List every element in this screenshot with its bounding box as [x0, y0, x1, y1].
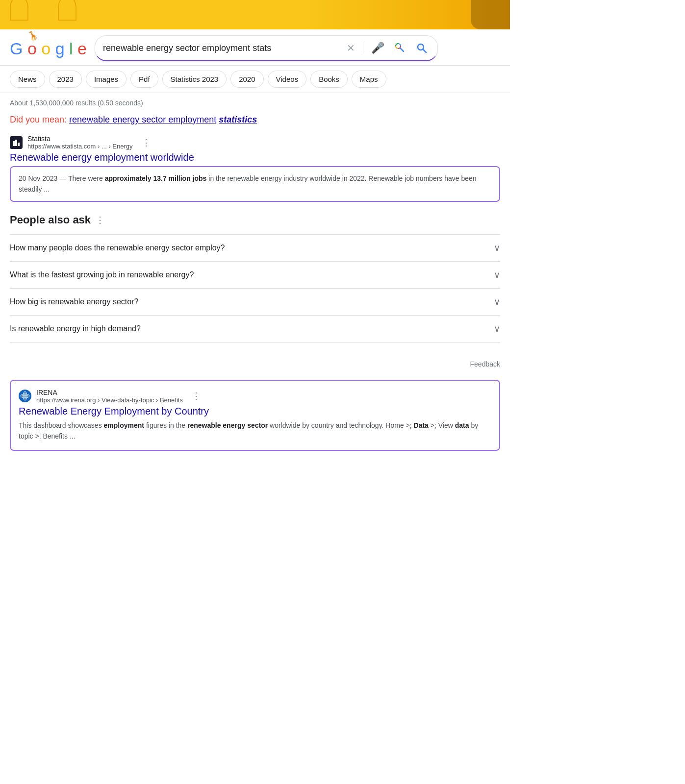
- irena-favicon: [19, 390, 31, 402]
- paa-chevron-3: ∨: [494, 323, 500, 334]
- tab-statistics-2023[interactable]: Statistics 2023: [162, 71, 227, 88]
- irena-result-title[interactable]: Renewable Energy Employment by Country: [19, 406, 491, 417]
- search-bar[interactable]: renewable energy sector employment stats…: [95, 35, 438, 61]
- did-you-mean-label: Did you mean:: [10, 115, 67, 124]
- result-irena: IRENA https://www.irena.org › View-data-…: [10, 380, 500, 451]
- svg-rect-8: [13, 141, 15, 146]
- search-submit-button[interactable]: [414, 40, 430, 56]
- irena-url: https://www.irena.org › View-data-by-top…: [36, 396, 183, 404]
- paa-question-3: Is renewable energy in high demand?: [10, 324, 141, 333]
- filter-tabs: News 2023 Images Pdf Statistics 2023 202…: [0, 66, 510, 93]
- did-you-mean-normal[interactable]: renewable energy sector employment: [69, 115, 216, 124]
- did-you-mean: Did you mean: renewable energy sector em…: [10, 115, 500, 125]
- statista-source-info: Statista https://www.statista.com › ... …: [27, 135, 133, 150]
- google-logo[interactable]: G 🦒 o o g l e: [10, 40, 87, 57]
- result-statista: Statista https://www.statista.com › ... …: [10, 135, 500, 202]
- statista-name: Statista: [27, 135, 133, 143]
- irena-snippet-employment: employment: [104, 421, 144, 429]
- search-input[interactable]: renewable energy sector employment stats: [103, 43, 340, 53]
- paa-title: People also ask: [10, 214, 91, 226]
- paa-chevron-2: ∨: [494, 296, 500, 307]
- statista-favicon: [10, 136, 23, 149]
- people-also-ask-section: People also ask ⋮ How many people does t…: [10, 214, 500, 343]
- snippet-date: 20 Nov 2023: [19, 174, 57, 182]
- tab-videos[interactable]: Videos: [268, 71, 307, 88]
- svg-rect-10: [18, 143, 20, 146]
- search-icons: ✕ 🎤: [345, 40, 430, 56]
- irena-snippet-p1: This dashboard showcases: [19, 421, 104, 429]
- paa-question-0: How many people does the renewable energ…: [10, 244, 225, 252]
- paa-item-2[interactable]: How big is renewable energy sector? ∨: [10, 288, 500, 315]
- irena-snippet-p3: worldwide by country and technology. Hom…: [270, 421, 414, 429]
- paa-chevron-1: ∨: [494, 270, 500, 280]
- irena-menu[interactable]: ⋮: [192, 391, 201, 401]
- tab-images[interactable]: Images: [86, 71, 127, 88]
- voice-search-button[interactable]: 🎤: [369, 40, 386, 56]
- logo-letter-l: l: [69, 39, 73, 58]
- microphone-icon: 🎤: [371, 42, 384, 54]
- irena-snippet-data1: Data: [414, 421, 429, 429]
- paa-item-1[interactable]: What is the fastest growing job in renew…: [10, 261, 500, 288]
- clear-icon: ✕: [347, 42, 355, 54]
- lens-button[interactable]: [392, 40, 408, 56]
- tab-2023[interactable]: 2023: [49, 71, 82, 88]
- svg-rect-9: [15, 140, 17, 146]
- feedback-row[interactable]: Feedback: [10, 356, 500, 372]
- paa-header: People also ask ⋮: [10, 214, 500, 226]
- tab-2020[interactable]: 2020: [230, 71, 263, 88]
- paa-item-3[interactable]: Is renewable energy in high demand? ∨: [10, 315, 500, 343]
- tab-pdf[interactable]: Pdf: [130, 71, 158, 88]
- irena-name: IRENA: [36, 389, 183, 396]
- irena-snippet-data2: data: [455, 421, 469, 429]
- snippet-bold-jobs: approximately 13.7 million jobs: [105, 174, 207, 182]
- logo-letter-o1: o: [27, 39, 37, 58]
- irena-snippet: This dashboard showcases employment figu…: [19, 420, 491, 442]
- result-source-irena: IRENA https://www.irena.org › View-data-…: [19, 389, 491, 404]
- header: G 🦒 o o g l e renewable energy sector em…: [0, 29, 510, 66]
- tab-books[interactable]: Books: [310, 71, 348, 88]
- svg-line-6: [423, 49, 426, 52]
- top-banner: [0, 0, 510, 29]
- tab-news[interactable]: News: [10, 71, 45, 88]
- statista-url: https://www.statista.com › ... › Energy: [27, 143, 133, 150]
- results-area: About 1,530,000,000 results (0.50 second…: [0, 93, 510, 451]
- logo-letter-o2: o: [41, 39, 51, 58]
- statista-result-title[interactable]: Renewable energy employment worldwide: [10, 152, 500, 163]
- paa-question-2: How big is renewable energy sector?: [10, 297, 138, 306]
- search-icon: [416, 42, 428, 54]
- irena-source-info: IRENA https://www.irena.org › View-data-…: [36, 389, 183, 404]
- irena-snippet-sector: renewable energy sector: [187, 421, 268, 429]
- logo-letter-g: G: [10, 39, 23, 58]
- irena-snippet-p2: figures in the: [146, 421, 187, 429]
- results-count: About 1,530,000,000 results (0.50 second…: [10, 99, 500, 107]
- result-source-statista: Statista https://www.statista.com › ... …: [10, 135, 500, 150]
- logo-doodle: 🦒: [27, 31, 38, 40]
- paa-question-1: What is the fastest growing job in renew…: [10, 270, 194, 279]
- tab-maps[interactable]: Maps: [352, 71, 386, 88]
- paa-chevron-0: ∨: [494, 243, 500, 253]
- paa-menu-icon[interactable]: ⋮: [96, 215, 104, 225]
- statista-snippet: 20 Nov 2023 — There were approximately 1…: [10, 166, 500, 202]
- logo-letter-g2: g: [55, 39, 65, 58]
- paa-item-0[interactable]: How many people does the renewable energ…: [10, 234, 500, 261]
- irena-snippet-p4: >; View: [431, 421, 455, 429]
- svg-line-4: [400, 48, 404, 51]
- feedback-label: Feedback: [470, 360, 500, 368]
- logo-letter-e: e: [77, 39, 87, 58]
- did-you-mean-bold[interactable]: statistics: [219, 115, 257, 124]
- clear-button[interactable]: ✕: [345, 40, 357, 56]
- snippet-before: — There were: [59, 174, 104, 182]
- lens-icon: [394, 42, 406, 54]
- statista-menu[interactable]: ⋮: [142, 137, 151, 148]
- search-divider: [363, 42, 363, 54]
